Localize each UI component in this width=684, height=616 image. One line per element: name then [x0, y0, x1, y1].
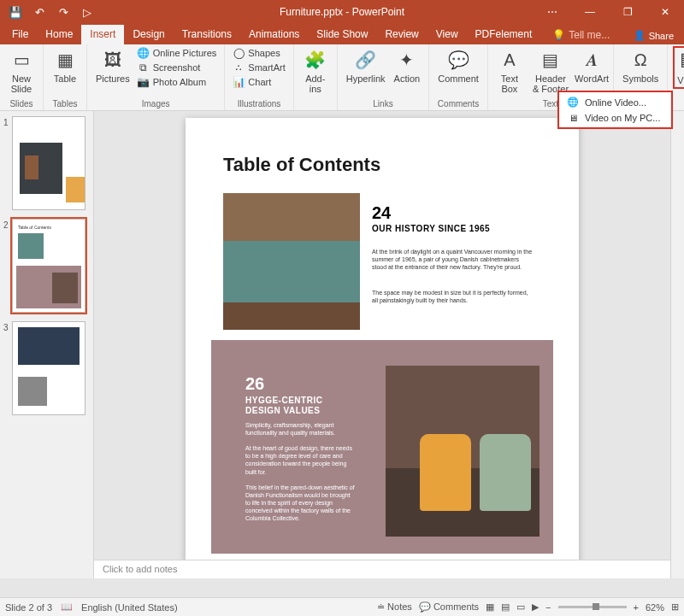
thumbnail-2-number: 2	[3, 219, 10, 313]
comment-button[interactable]: 💬Comment	[434, 46, 482, 85]
maximize-button[interactable]: ❐	[609, 0, 646, 24]
tab-file[interactable]: File	[3, 25, 37, 44]
section-2-paragraphs[interactable]: Simplicity, craftsmanship, elegant funct…	[245, 421, 357, 522]
pictures-label: Pictures	[96, 73, 130, 84]
table-button[interactable]: ▦Table	[49, 46, 81, 85]
tab-animations[interactable]: Animations	[240, 25, 308, 44]
action-icon: ✦	[395, 48, 419, 72]
section-2-number[interactable]: 26	[245, 374, 264, 394]
slide-thumbnails-panel: 1 2 Table of Contents 3	[0, 111, 94, 578]
sofa-image[interactable]	[223, 193, 360, 330]
chairs-image[interactable]	[386, 366, 540, 537]
zoom-percent[interactable]: 62%	[646, 602, 664, 613]
tell-me-search[interactable]: 💡Tell me...	[545, 26, 616, 44]
zoom-out-button[interactable]: −	[545, 602, 551, 613]
tab-slideshow[interactable]: Slide Show	[308, 25, 376, 44]
thumb3-img-a	[18, 327, 80, 365]
text-box-icon: A	[498, 48, 522, 72]
section-1-number[interactable]: 24	[372, 203, 391, 223]
comments-toggle[interactable]: 💬 Comments	[419, 601, 479, 613]
tab-transitions[interactable]: Transitions	[174, 25, 240, 44]
minimize-button[interactable]: —	[571, 0, 609, 24]
thumbnail-3[interactable]	[12, 321, 86, 415]
group-illustrations-label: Illustrations	[238, 98, 281, 110]
slide-title[interactable]: Table of Contents	[223, 154, 380, 176]
chart-icon: 📊	[233, 76, 245, 88]
header-footer-button[interactable]: ▤Header & Footer	[528, 46, 574, 96]
section-1-heading[interactable]: OUR HISTORY SINCE 1965	[372, 224, 490, 234]
slide-canvas[interactable]: Table of Contents 24 OUR HISTORY SINCE 1…	[94, 111, 670, 560]
video-button[interactable]: 🎞Video	[673, 46, 684, 89]
save-button[interactable]: 💾	[5, 2, 26, 22]
tab-home[interactable]: Home	[37, 25, 81, 44]
online-pictures-button[interactable]: 🌐Online Pictures	[135, 46, 220, 60]
smartart-button[interactable]: ⛬SmartArt	[230, 61, 287, 74]
notes-pane[interactable]: Click to add notes	[94, 560, 670, 578]
text-box-button[interactable]: AText Box	[493, 46, 526, 96]
work-area: 1 2 Table of Contents 3	[0, 111, 684, 578]
chart-button[interactable]: 📊Chart	[230, 75, 287, 89]
thumbnail-1-number: 1	[3, 116, 10, 210]
redo-button[interactable]: ↷	[53, 2, 74, 22]
photo-album-button[interactable]: 📷Photo Album	[135, 75, 220, 89]
section-1-paragraph-a[interactable]: At the brink of daylight on a quaint Van…	[372, 248, 534, 271]
new-slide-button[interactable]: ▭New Slide	[5, 46, 38, 96]
video-icon: 🎞	[677, 50, 684, 73]
undo-button[interactable]: ↶	[29, 2, 50, 22]
pictures-button[interactable]: 🖼Pictures	[92, 46, 133, 85]
online-pictures-icon: 🌐	[138, 47, 150, 59]
start-slideshow-button[interactable]: ▷	[77, 2, 97, 22]
sorter-view-button[interactable]: ▤	[501, 601, 510, 613]
wordart-label: WordArt	[575, 73, 609, 84]
hyperlink-label: Hyperlink	[346, 73, 386, 84]
reading-view-button[interactable]: ▭	[516, 601, 525, 613]
notes-toggle-label: Notes	[387, 601, 412, 612]
wordart-button[interactable]: 𝑨WordArt	[575, 46, 608, 85]
group-tables: ▦Table Tables	[44, 44, 87, 110]
video-dropdown-menu: 🌐Online Video... 🖥Video on My PC...	[557, 91, 673, 129]
normal-view-button[interactable]: ▦	[486, 601, 494, 613]
video-on-my-pc-menu-item[interactable]: 🖥Video on My PC...	[559, 110, 671, 126]
window-controls: ⋯ — ❐ ✕	[534, 0, 684, 24]
group-images-label: Images	[142, 98, 170, 110]
online-video-menu-item[interactable]: 🌐Online Video...	[559, 94, 671, 110]
screenshot-button[interactable]: ⧉Screenshot	[135, 61, 220, 74]
comment-icon: 💬	[446, 48, 470, 72]
share-button[interactable]: 👤Share	[623, 26, 684, 44]
section-1-paragraph-b[interactable]: The space may be modest in size but it i…	[372, 289, 534, 304]
group-comments: 💬Comment Comments	[429, 44, 488, 110]
tab-insert[interactable]: Insert	[81, 25, 124, 44]
video-on-my-pc-label: Video on My PC...	[585, 113, 660, 123]
zoom-in-button[interactable]: +	[634, 602, 639, 613]
ribbon-options-button[interactable]: ⋯	[534, 0, 571, 24]
notes-toggle[interactable]: ≐ Notes	[377, 601, 412, 613]
group-illustrations: ◯Shapes ⛬SmartArt 📊Chart Illustrations	[225, 44, 293, 110]
thumbnail-2[interactable]: Table of Contents	[12, 219, 86, 313]
zoom-slider[interactable]	[558, 606, 627, 608]
symbols-button[interactable]: ΩSymbols	[619, 46, 662, 85]
slide[interactable]: Table of Contents 24 OUR HISTORY SINCE 1…	[186, 118, 579, 560]
action-button[interactable]: ✦Action	[391, 46, 424, 85]
thumbnail-1[interactable]	[12, 116, 86, 210]
vertical-scrollbar[interactable]	[670, 111, 684, 578]
tab-review[interactable]: Review	[376, 25, 427, 44]
group-slides: ▭New Slide Slides	[0, 44, 44, 110]
tab-design[interactable]: Design	[124, 25, 173, 44]
symbols-icon: Ω	[628, 48, 652, 72]
close-button[interactable]: ✕	[646, 0, 684, 24]
shapes-button[interactable]: ◯Shapes	[230, 46, 287, 60]
hyperlink-button[interactable]: 🔗Hyperlink	[343, 46, 389, 85]
tab-pdfelement[interactable]: PDFelement	[467, 25, 541, 44]
slideshow-view-button[interactable]: ▶	[532, 601, 539, 613]
text-box-label: Text Box	[497, 73, 522, 94]
spellcheck-icon[interactable]: 📖	[61, 601, 73, 613]
header-footer-icon: ▤	[539, 48, 563, 72]
addins-button[interactable]: 🧩Add-ins	[299, 46, 332, 96]
action-label: Action	[394, 73, 421, 84]
fit-to-window-button[interactable]: ⊞	[671, 601, 679, 613]
tab-view[interactable]: View	[428, 25, 467, 44]
language-status[interactable]: English (United States)	[81, 602, 178, 613]
new-slide-label: New Slide	[9, 73, 34, 94]
section-2-heading[interactable]: HYGGE-CENTRIC DESIGN VALUES	[245, 396, 348, 416]
status-bar: Slide 2 of 3 📖 English (United States) ≐…	[0, 597, 684, 616]
